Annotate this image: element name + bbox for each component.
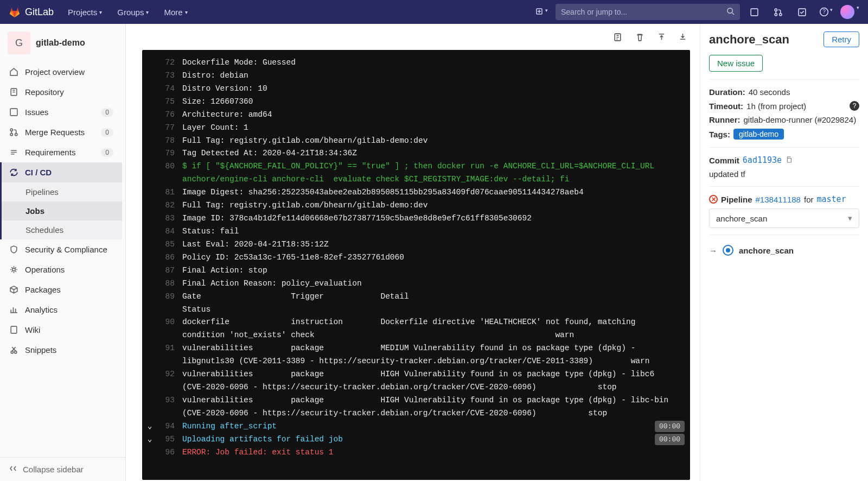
issues-icon[interactable]: [744, 8, 764, 17]
svg-rect-15: [11, 326, 17, 333]
sidebar: G gitlab-demo Project overviewRepository…: [0, 24, 126, 481]
sidebar-item-merge-requests[interactable]: Merge Requests0: [0, 122, 122, 142]
top-navbar: GitLab Projects▾ Groups▾ More▾ ▾ ?▾ ▾: [0, 0, 868, 24]
svg-point-5: [779, 13, 781, 15]
sidebar-item-ci-cd[interactable]: CI / CD: [0, 162, 122, 182]
wiki-icon: [9, 325, 18, 334]
tag-pill[interactable]: gitlab-demo: [733, 129, 784, 140]
brand-text: GitLab: [25, 7, 54, 18]
scroll-top-icon[interactable]: [658, 33, 666, 45]
job-log[interactable]: 72Dockerfile Mode: Guessed73Distro: debi…: [142, 50, 690, 480]
nav-groups[interactable]: Groups▾: [112, 4, 154, 20]
sidebar-item-project-overview[interactable]: Project overview: [0, 62, 122, 82]
svg-point-14: [12, 268, 15, 271]
log-line: 89Gate Trigger Detail Status: [142, 290, 690, 317]
project-header[interactable]: G gitlab-demo: [0, 24, 125, 62]
chevron-down-icon: ▾: [185, 9, 188, 15]
new-issue-button[interactable]: New issue: [709, 55, 763, 72]
todos-icon[interactable]: [792, 8, 812, 17]
erase-log-icon[interactable]: [635, 33, 644, 45]
sidebar-subitem-pipelines[interactable]: Pipelines: [2, 182, 122, 201]
svg-rect-10: [10, 109, 17, 116]
log-line: 73Distro: debian: [142, 69, 690, 83]
chevron-down-icon: ▾: [857, 5, 859, 19]
commit-link[interactable]: 6ad1193e: [743, 155, 782, 165]
tags-line: Tags: gitlab-demo: [709, 129, 859, 140]
stage-dropdown[interactable]: anchore_scan ▾: [709, 208, 859, 228]
avatar-icon: [840, 5, 854, 19]
sidebar-item-packages[interactable]: Packages: [0, 280, 122, 300]
help-icon[interactable]: ?: [850, 101, 859, 111]
log-line: 76Architecture: amd64: [142, 109, 690, 122]
log-line: 90dockerfile instruction Dockerfile dire…: [142, 316, 690, 342]
job-title: anchore_scan: [709, 33, 789, 47]
chevron-left-icon: [9, 464, 17, 474]
log-line: 84Status: fail: [142, 225, 690, 238]
sidebar-subitem-jobs[interactable]: Jobs: [2, 201, 122, 220]
merge-requests-icon[interactable]: [768, 8, 788, 17]
log-line: 96ERROR: Job failed: exit status 1: [142, 446, 690, 459]
create-new-dropdown[interactable]: ▾: [532, 8, 551, 16]
svg-text:?: ?: [822, 9, 826, 15]
commit-message: updated tf: [709, 169, 859, 179]
count-badge: 0: [101, 128, 113, 137]
retry-button[interactable]: Retry: [824, 31, 859, 47]
log-line: 77Layer Count: 1: [142, 122, 690, 135]
search-input[interactable]: [561, 8, 722, 16]
search-box[interactable]: [556, 4, 740, 20]
log-line: 93vulnerabilities package HIGH Vulnerabi…: [142, 394, 690, 420]
log-toolbar: [142, 30, 690, 50]
sidebar-subitem-schedules[interactable]: Schedules: [2, 220, 122, 239]
sidebar-item-operations[interactable]: Operations: [0, 260, 122, 280]
show-raw-icon[interactable]: [613, 33, 622, 45]
log-line: 91vulnerabilities package MEDIUM Vulnera…: [142, 342, 690, 368]
log-line: 87Final Action: stop: [142, 264, 690, 277]
sidebar-item-analytics[interactable]: Analytics: [0, 300, 122, 320]
svg-point-12: [10, 134, 12, 136]
svg-point-17: [14, 351, 16, 353]
log-line: 80$ if [ "${ANCHORE_FAIL_ON_POLICY}" == …: [142, 160, 690, 186]
user-avatar[interactable]: ▾: [840, 5, 859, 19]
sidebar-item-requirements[interactable]: Requirements0: [0, 142, 122, 162]
log-line: 75Size: 126607360: [142, 96, 690, 109]
req-icon: [9, 148, 18, 157]
nav-projects[interactable]: Projects▾: [62, 4, 107, 20]
pipeline-line: ✕ Pipeline #138411188 for master: [709, 194, 859, 204]
project-name: gitlab-demo: [36, 38, 85, 48]
nav-more[interactable]: More▾: [158, 4, 193, 20]
home-icon: [9, 67, 18, 77]
issues-icon: [9, 107, 18, 117]
section-duration: 00:00: [655, 421, 685, 432]
log-line: 83Image ID: 378ca4b1d2fe114d06668e67b273…: [142, 212, 690, 225]
pipeline-failed-icon: ✕: [709, 195, 718, 204]
count-badge: 0: [101, 148, 113, 157]
log-line: 74Distro Version: 10: [142, 83, 690, 96]
log-line: 92vulnerabilities package HIGH Vulnerabi…: [142, 368, 690, 394]
sidebar-item-security-compliance[interactable]: Security & Compliance: [0, 239, 122, 260]
collapse-icon[interactable]: ⌄: [142, 433, 157, 446]
sidebar-item-wiki[interactable]: Wiki: [0, 320, 122, 340]
duration-line: Duration: 40 seconds: [709, 87, 859, 97]
svg-point-13: [15, 134, 17, 136]
svg-point-16: [11, 351, 13, 353]
sidebar-item-snippets[interactable]: Snippets: [0, 340, 122, 360]
scroll-bottom-icon[interactable]: [679, 33, 687, 45]
search-icon: [726, 7, 735, 17]
collapse-sidebar[interactable]: Collapse sidebar: [0, 457, 125, 481]
sidebar-item-repository[interactable]: Repository: [0, 82, 122, 102]
help-icon[interactable]: ?▾: [816, 7, 835, 17]
gitlab-logo[interactable]: GitLab: [9, 6, 54, 18]
pipeline-link[interactable]: #138411188: [756, 195, 801, 204]
sidebar-item-issues[interactable]: Issues0: [0, 102, 122, 122]
ops-icon: [9, 265, 18, 274]
branch-link[interactable]: master: [816, 194, 846, 204]
job-log-panel: 72Dockerfile Mode: Guessed73Distro: debi…: [126, 24, 700, 481]
stage-job-row[interactable]: → anchore_scan: [709, 242, 859, 256]
merge-icon: [9, 128, 18, 137]
collapse-icon[interactable]: ⌄: [142, 420, 157, 433]
analytics-icon: [9, 305, 18, 314]
copy-icon[interactable]: [785, 156, 793, 165]
log-line: 82Full Tag: registry.gitlab.com/bhearn/g…: [142, 199, 690, 212]
log-line: 72Dockerfile Mode: Guessed: [142, 56, 690, 69]
cicd-icon: [9, 168, 18, 177]
